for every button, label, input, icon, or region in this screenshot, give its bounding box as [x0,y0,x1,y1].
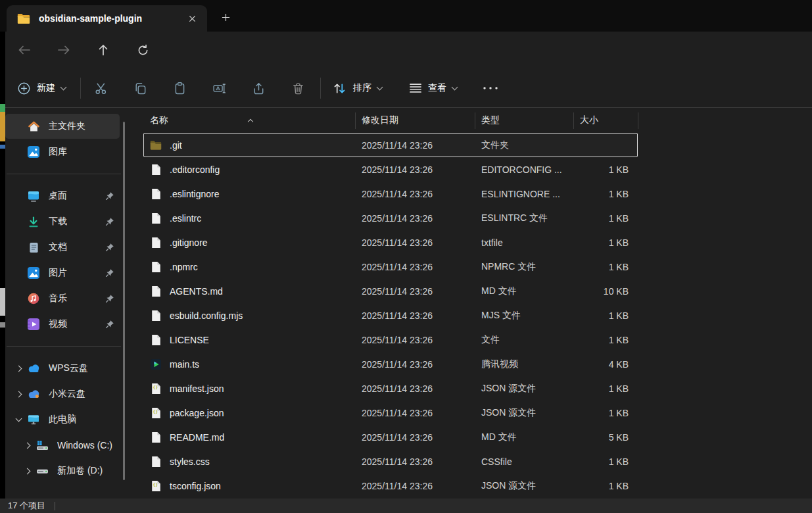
scissors-icon [94,82,108,95]
file-row[interactable]: styles.css 2025/11/14 23:26 CSSfile 1 KB [143,449,638,474]
file-row[interactable]: .npmrc 2025/11/14 23:26 NPMRC 文件 1 KB [143,255,638,279]
file-icon [150,212,162,224]
file-row[interactable]: README.md 2025/11/14 23:26 MD 文件 5 KB [143,425,638,449]
new-tab-button[interactable] [217,10,234,27]
desktop-edge-fragment [0,288,5,316]
file-row[interactable]: .gitignore 2025/11/14 23:26 txtfile 1 KB [143,230,638,255]
file-row[interactable]: AGENTS.md 2025/11/14 23:26 MD 文件 10 KB [143,279,638,303]
column-divider[interactable] [475,112,475,129]
chevron-down-icon [377,84,383,91]
close-icon[interactable] [183,10,201,27]
pin-icon [105,268,114,278]
sidebar-scrollbar[interactable] [123,122,125,480]
view-button[interactable]: 查看 [404,77,462,99]
file-row[interactable]: {}tsconfig.json 2025/11/14 23:26 JSON 源文… [143,474,638,498]
file-row[interactable]: {}package.json 2025/11/14 23:26 JSON 源文件… [143,401,638,425]
svg-text:{}: {} [153,384,158,389]
windows-drive-icon [35,441,49,451]
sidebar-item-desktop[interactable]: 桌面 [5,183,120,208]
music-icon [26,293,41,305]
file-row[interactable]: main.ts 2025/11/14 23:26 腾讯视频 4 KB [143,352,638,376]
item-count: 17 个项目 [8,500,45,512]
tencent-video-icon [150,359,162,370]
file-icon [150,456,162,468]
sidebar-item-c-drive[interactable]: Windows (C:) [14,433,120,458]
view-button-label: 查看 [428,82,446,94]
refresh-button[interactable] [133,40,153,60]
chevron-right-icon[interactable] [11,392,26,397]
folder-icon [150,140,162,151]
forward-button[interactable] [54,40,74,60]
videos-icon [26,318,41,330]
copy-button[interactable] [129,77,151,99]
json-file-icon: {} [150,480,162,492]
column-header-size[interactable]: 大小 [573,114,638,126]
column-divider[interactable] [638,112,638,129]
sidebar-item-d-drive[interactable]: 新加卷 (D:) [14,458,120,483]
svg-text:{}: {} [153,408,158,414]
file-row[interactable]: .eslintrc 2025/11/14 23:26 ESLINTRC 文件 1… [143,206,638,230]
pin-icon [105,294,114,303]
file-list-pane: 名称 修改日期 类型 大小 .git 2025/11/14 23:26 文件夹 … [138,108,812,499]
rename-button[interactable] [208,77,230,99]
plus-icon [222,12,230,24]
chevron-right-icon[interactable] [19,443,35,448]
toolbar-separator [80,78,81,99]
sidebar-divider [7,174,121,174]
share-button[interactable] [247,77,270,99]
pin-icon [105,191,114,201]
sidebar-item-mi-cloud[interactable]: 小米云盘 [5,381,120,406]
column-divider[interactable] [355,112,356,129]
pin-icon [105,243,114,252]
column-header-date[interactable]: 修改日期 [355,114,475,126]
home-icon [26,121,41,132]
file-row[interactable]: .eslintignore 2025/11/14 23:26 ESLINTIGN… [143,182,638,206]
sidebar-item-downloads[interactable]: 下载 [5,209,120,234]
sidebar-item-home[interactable]: 主文件夹 [5,114,120,139]
downloads-icon [26,216,41,228]
column-header-name[interactable]: 名称 [143,114,355,126]
chevron-right-icon[interactable] [11,366,26,371]
file-row[interactable]: LICENSE 2025/11/14 23:26 文件 1 KB [143,328,638,352]
chevron-right-icon[interactable] [19,469,35,474]
chevron-down-icon[interactable] [11,418,26,421]
drive-icon [35,466,49,476]
status-bar: 17 个项目 [0,499,812,513]
explorer-tab[interactable]: obsidian-sample-plugin [7,5,207,32]
sidebar-item-pictures[interactable]: 图片 [5,260,120,285]
column-divider[interactable] [573,112,574,129]
column-headers: 名称 修改日期 类型 大小 [138,108,812,133]
toolbar-separator [320,78,321,99]
gallery-icon [26,146,41,158]
svg-text:{}: {} [153,481,158,487]
file-row[interactable]: .git 2025/11/14 23:26 文件夹 [143,133,638,157]
file-row[interactable]: .editorconfig 2025/11/14 23:26 EDITORCON… [143,157,638,182]
file-row[interactable]: {}manifest.json 2025/11/14 23:26 JSON 源文… [143,376,638,401]
back-button[interactable] [14,40,34,60]
titlebar: obsidian-sample-plugin [0,0,812,32]
file-row[interactable]: esbuild.config.mjs 2025/11/14 23:26 MJS … [143,303,638,328]
sidebar-item-gallery[interactable]: 图库 [5,139,120,164]
refresh-icon [137,44,149,57]
file-icon [150,188,162,200]
more-button[interactable] [477,77,504,99]
paste-button[interactable] [168,77,191,99]
new-button[interactable]: 新建 [11,77,72,99]
sidebar-item-music[interactable]: 音乐 [5,286,120,311]
sidebar-item-this-pc[interactable]: 此电脑 [5,407,120,432]
status-divider [55,502,55,510]
file-icon [150,431,162,443]
column-header-type[interactable]: 类型 [475,114,573,126]
cut-button[interactable] [89,77,112,99]
sidebar-item-wps-cloud[interactable]: WPS云盘 [5,356,120,381]
share-icon [252,82,266,95]
desktop-icon [26,191,41,202]
up-button[interactable] [93,40,113,60]
file-icon [150,261,162,273]
sidebar-item-videos[interactable]: 视频 [5,312,120,337]
sort-button[interactable]: 排序 [327,77,387,99]
delete-button[interactable] [287,77,309,99]
pictures-icon [26,267,41,279]
sidebar-item-documents[interactable]: 文档 [5,235,120,260]
ellipsis-icon [483,86,498,90]
